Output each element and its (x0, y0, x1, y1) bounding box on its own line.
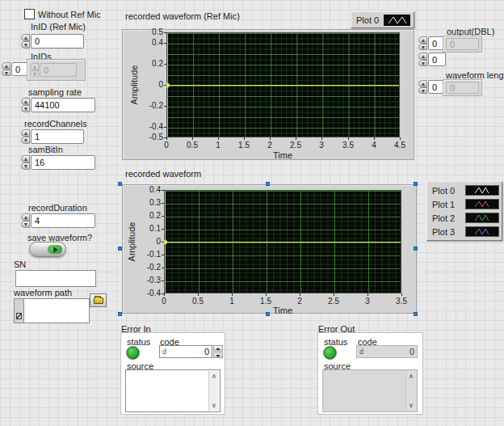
plot-line-swatch-icon (465, 226, 500, 237)
radix-indicator: d (359, 348, 363, 356)
selection-handle[interactable] (414, 247, 418, 251)
x-tick-label: 0.5 (180, 141, 204, 150)
output-dbl-index-1[interactable]: 0 (418, 53, 446, 66)
selection-handle[interactable] (266, 182, 270, 186)
scroll-up-icon[interactable]: ∧ (212, 373, 216, 380)
chart2-y-axis-label: Amplitude (127, 222, 136, 262)
chart2-plot-area (164, 190, 401, 293)
chart1-title: recorded waveform (Ref Mic) (125, 11, 240, 21)
sn-input[interactable] (15, 270, 96, 287)
sam-bit-in-control[interactable]: 16 (21, 155, 95, 170)
inids-element-field: 0 (40, 63, 77, 77)
error-in-code-value[interactable]: 0 (204, 347, 209, 356)
sampling-rate-control[interactable]: 44100 (21, 98, 95, 112)
increment-decrement-icon[interactable] (418, 36, 427, 50)
legend-item[interactable]: Plot 0 (427, 183, 502, 197)
increment-decrement-icon[interactable] (418, 53, 427, 66)
x-tick-label: 3.5 (389, 297, 414, 306)
legend-label: Plot 0 (432, 186, 465, 196)
path-symbol-icon (16, 313, 22, 319)
legend-label: Plot 3 (432, 227, 465, 237)
increment-decrement-icon (30, 63, 39, 77)
chart1-zero-line (167, 85, 399, 86)
increment-decrement-icon[interactable] (21, 129, 30, 144)
legend-item[interactable]: Plot 3 (427, 225, 502, 238)
error-in-status-label: status (127, 337, 150, 347)
y-tick-label: 0.2 (136, 211, 161, 221)
sampling-rate-field[interactable]: 44100 (31, 98, 95, 112)
inid-value-field[interactable]: 0 (31, 34, 84, 49)
waveform-path-input[interactable] (23, 298, 90, 323)
record-channels-field[interactable]: 1 (31, 129, 84, 144)
save-waveform-button[interactable] (29, 242, 66, 257)
increment-decrement-icon[interactable] (21, 213, 30, 228)
error-out-code-value: 0 (410, 347, 414, 356)
waveform-path-label: waveform path (14, 288, 72, 297)
legend-item[interactable]: Plot 1 (427, 197, 502, 211)
y-tick-label: 0.3 (136, 198, 161, 208)
browse-path-button[interactable] (90, 293, 107, 307)
x-tick-label: 2.5 (284, 141, 308, 150)
y-tick-label: -0.2 (136, 263, 161, 272)
x-tick-label: 1 (206, 141, 230, 150)
inid-control[interactable]: 0 (21, 34, 84, 49)
output-dbl-index-0[interactable]: 0 (418, 36, 446, 50)
chart1-plot-area (166, 32, 400, 137)
waveform-length-element-panel: 0 (443, 79, 482, 96)
error-in-code-field[interactable]: d 0 (159, 345, 212, 358)
inid-label: InID (Ref Mic) (31, 22, 86, 32)
play-triangle-icon (53, 247, 58, 253)
record-duration-control[interactable]: 4 (21, 213, 95, 228)
selection-handle[interactable] (414, 312, 418, 316)
waveform-length-index[interactable]: 0 (418, 80, 446, 94)
path-type-strip (14, 298, 23, 323)
selection-handle[interactable] (266, 312, 270, 316)
increment-decrement-icon[interactable] (21, 34, 30, 49)
y-tick-label: 0.4 (139, 38, 163, 48)
error-in-code-spinner[interactable] (213, 345, 223, 358)
x-tick-label: 3 (309, 141, 334, 150)
plot-line-swatch-icon (465, 185, 500, 196)
output-dbl-value-field: 0 (446, 38, 479, 50)
x-tick-label: 2 (258, 141, 282, 150)
radix-indicator[interactable]: d (162, 348, 166, 356)
chart2-legend[interactable]: Plot 0 Plot 1 Plot 2 Plot 3 (426, 181, 502, 241)
chart2-title: recorded waveform (125, 169, 201, 179)
legend-label: Plot 0 (356, 15, 383, 25)
sam-bit-in-field[interactable]: 16 (31, 155, 95, 170)
x-tick-label: 1 (220, 297, 244, 306)
increment-decrement-icon[interactable] (21, 98, 30, 112)
without-ref-mic-label: Without Ref Mic (38, 10, 101, 19)
error-out-status-label: status (324, 337, 347, 347)
legend-item[interactable]: Plot 2 (427, 211, 502, 225)
output-dbl-index-1-field[interactable]: 0 (428, 53, 446, 66)
chart1-x-axis-label: Time (267, 150, 299, 160)
y-tick-label: 0.4 (136, 185, 161, 195)
increment-decrement-icon[interactable] (21, 155, 30, 170)
increment-decrement-icon[interactable] (418, 80, 427, 94)
selection-handle[interactable] (118, 312, 122, 316)
without-ref-mic-checkbox[interactable] (24, 9, 35, 19)
selection-handle[interactable] (414, 182, 418, 186)
record-duration-field[interactable]: 4 (31, 213, 95, 228)
legend-item[interactable]: Plot 0 (351, 12, 414, 27)
chart1-legend[interactable]: Plot 0 (351, 11, 414, 28)
error-in-status-led[interactable] (126, 346, 140, 360)
error-out-source-field: ∧ ∨ (322, 369, 418, 412)
chart1-y-axis-label: Amplitude (129, 65, 139, 105)
selection-handle[interactable] (118, 182, 122, 186)
labview-front-panel: Without Ref Mic InID (Ref Mic) 0 InIDs 0… (0, 0, 504, 426)
selection-handle[interactable] (118, 247, 122, 251)
scrollbar[interactable]: ∧ ∨ (208, 371, 219, 411)
error-out-code-field: d 0 (356, 345, 418, 358)
sampling-rate-label: sampling rate (28, 87, 82, 97)
error-in-source-field[interactable]: ∧ ∨ (125, 369, 220, 412)
record-channels-control[interactable]: 1 (21, 129, 84, 144)
x-tick-label: 4 (362, 141, 386, 150)
y-tick-label: -0.2 (139, 101, 163, 111)
plot-line-swatch-icon (383, 14, 411, 27)
scroll-down-icon[interactable]: ∨ (212, 402, 216, 409)
output-dbl-element-panel: 0 (443, 36, 482, 53)
increment-decrement-icon[interactable] (2, 62, 10, 76)
x-tick-label: 3 (355, 297, 380, 306)
